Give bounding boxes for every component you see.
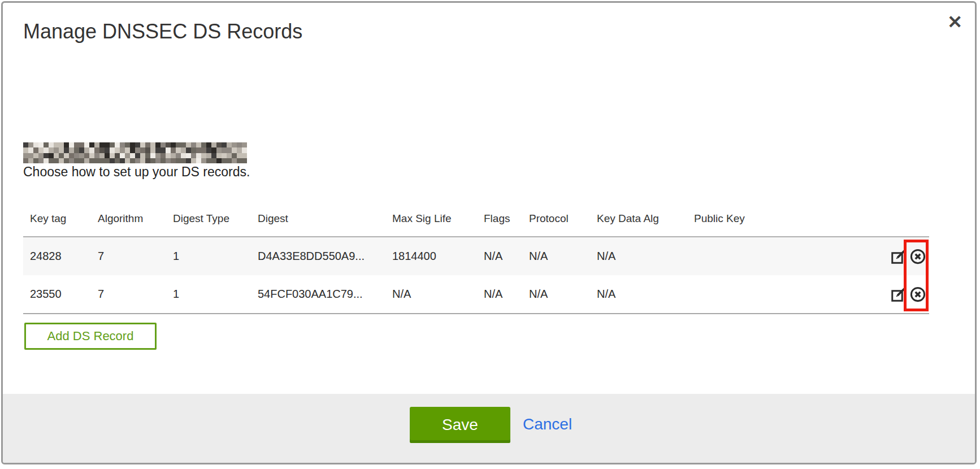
col-header-algorithm: Algorithm: [91, 201, 166, 237]
table-row: 23550 7 1 54FCF030AA1C79... N/A N/A N/A …: [23, 275, 929, 314]
edit-icon: [890, 248, 907, 265]
cell-digest: D4A33E8DD550A9...: [251, 237, 385, 275]
delete-record-button[interactable]: [909, 247, 927, 266]
cancel-link[interactable]: Cancel: [523, 415, 572, 433]
cell-max-sig-life: 1814400: [385, 237, 477, 275]
dialog-footer: Save Cancel: [3, 394, 975, 463]
cell-digest: 54FCF030AA1C79...: [251, 275, 385, 314]
delete-icon: [909, 286, 926, 303]
close-icon[interactable]: ✕: [947, 13, 962, 31]
dialog-subtitle: Choose how to set up your DS records.: [23, 164, 250, 180]
col-header-public-key: Public Key: [687, 201, 867, 237]
save-button[interactable]: Save: [410, 407, 510, 443]
cell-key-data-alg: N/A: [590, 275, 687, 314]
cell-protocol: N/A: [522, 275, 590, 314]
table-row: 24828 7 1 D4A33E8DD550A9... 1814400 N/A …: [23, 237, 929, 275]
cell-algorithm: 7: [91, 237, 166, 275]
domain-name-redacted: [23, 142, 247, 163]
cell-public-key: [687, 275, 867, 314]
add-ds-record-button[interactable]: Add DS Record: [24, 323, 157, 350]
col-header-digest: Digest: [251, 201, 385, 237]
dialog-title: Manage DNSSEC DS Records: [23, 20, 302, 44]
cell-actions: [867, 275, 929, 314]
cell-max-sig-life: N/A: [385, 275, 477, 314]
edit-record-button[interactable]: [890, 285, 908, 303]
col-header-max-sig-life: Max Sig Life: [385, 201, 477, 237]
col-header-protocol: Protocol: [522, 201, 590, 237]
edit-record-button[interactable]: [890, 247, 908, 266]
cell-protocol: N/A: [522, 237, 590, 275]
delete-icon: [909, 248, 926, 265]
cell-actions: [867, 237, 929, 275]
col-header-flags: Flags: [477, 201, 522, 237]
cell-key-data-alg: N/A: [590, 237, 687, 275]
cell-key-tag: 23550: [23, 275, 91, 314]
edit-icon: [890, 286, 907, 303]
cell-algorithm: 7: [91, 275, 166, 314]
cell-flags: N/A: [477, 275, 522, 314]
col-header-digest-type: Digest Type: [166, 201, 251, 237]
col-header-actions: [867, 201, 929, 237]
table-header-row: Key tag Algorithm Digest Type Digest Max…: [23, 201, 929, 237]
cell-public-key: [687, 237, 867, 275]
col-header-key-tag: Key tag: [23, 201, 91, 237]
cell-flags: N/A: [477, 237, 522, 275]
manage-dnssec-dialog: Manage DNSSEC DS Records ✕ Choose how to…: [1, 1, 977, 464]
delete-record-button[interactable]: [909, 285, 927, 303]
col-header-key-data-alg: Key Data Alg: [590, 201, 687, 237]
ds-records-table: Key tag Algorithm Digest Type Digest Max…: [23, 201, 929, 314]
cell-key-tag: 24828: [23, 237, 91, 275]
cell-digest-type: 1: [166, 237, 251, 275]
cell-digest-type: 1: [166, 275, 251, 314]
